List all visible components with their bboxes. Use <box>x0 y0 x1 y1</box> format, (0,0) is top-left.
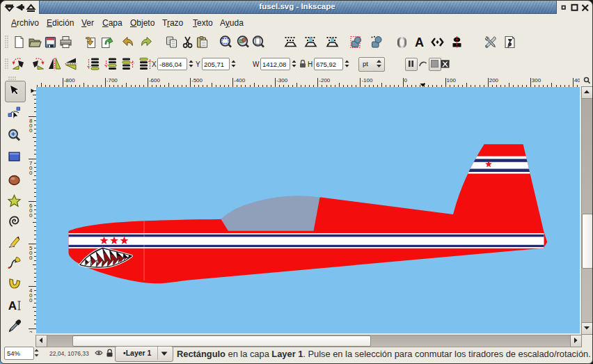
svg-text:0: 0 <box>29 212 33 219</box>
svg-text:3: 3 <box>29 330 33 333</box>
svg-text:300: 300 <box>532 77 541 84</box>
svg-text:100: 100 <box>447 77 457 84</box>
svg-text:-700: -700 <box>106 77 118 84</box>
svg-text:0: 0 <box>404 77 408 84</box>
svg-text:-200: -200 <box>319 77 331 84</box>
svg-text:-300: -300 <box>276 77 288 84</box>
svg-text:0: 0 <box>29 170 33 176</box>
svg-text:A: A <box>415 35 424 49</box>
svg-text:0: 0 <box>29 127 33 134</box>
svg-text:-800: -800 <box>64 77 76 84</box>
svg-text:0: 0 <box>29 255 33 261</box>
svg-text:-400: -400 <box>234 77 246 84</box>
svg-text:-500: -500 <box>191 77 203 84</box>
svg-text:-600: -600 <box>149 77 161 84</box>
svg-text:A: A <box>8 299 17 312</box>
svg-text:200: 200 <box>489 77 499 84</box>
svg-text:400: 400 <box>574 77 580 84</box>
svg-text:0: 0 <box>29 297 33 303</box>
svg-text:-100: -100 <box>361 77 373 84</box>
